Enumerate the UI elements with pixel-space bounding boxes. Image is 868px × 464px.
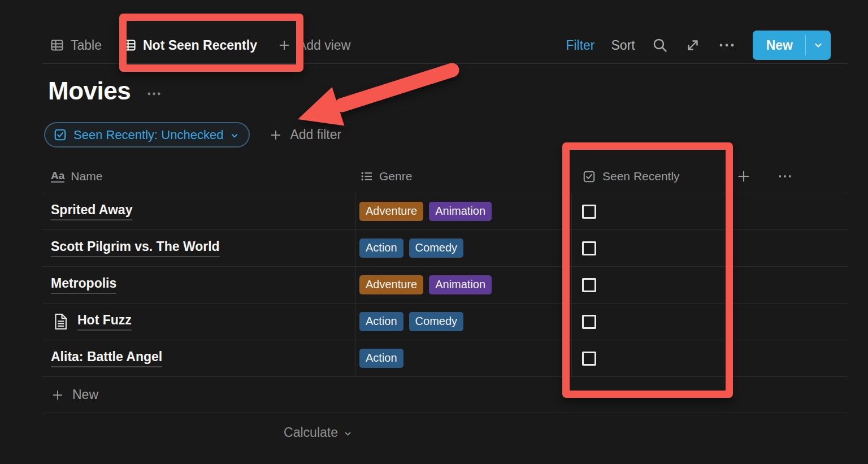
seen-recently-checkbox[interactable] — [582, 352, 596, 366]
row-extra-cell — [726, 230, 848, 266]
genre-tag[interactable]: Adventure — [359, 202, 423, 221]
genre-tag[interactable]: Animation — [429, 202, 492, 221]
seen-cell — [572, 230, 726, 266]
add-filter-button[interactable]: Add filter — [269, 127, 341, 142]
seen-recently-checkbox[interactable] — [582, 241, 596, 255]
row-extra-cell — [726, 303, 848, 340]
calculate-button[interactable]: Calculate — [284, 425, 338, 440]
add-property-icon[interactable] — [736, 168, 752, 184]
calculate-row: Calculate — [42, 413, 356, 452]
table-row: Alita: Battle Angel Action — [42, 340, 848, 376]
toolbar-divider — [42, 63, 848, 64]
chevron-down-icon[interactable] — [806, 31, 831, 60]
genre-tag[interactable]: Animation — [429, 275, 492, 294]
column-header-seen-recently[interactable]: Seen Recently — [572, 160, 726, 193]
seen-recently-checkbox[interactable] — [582, 205, 596, 219]
row-extra-cell — [726, 340, 848, 376]
column-header-genre[interactable]: Genre — [356, 160, 572, 193]
list-icon — [360, 170, 374, 183]
chevron-down-icon — [229, 129, 240, 141]
checkbox-checked-icon — [582, 170, 596, 184]
seen-recently-checkbox[interactable] — [582, 315, 596, 329]
add-view-button[interactable]: Add view — [277, 38, 350, 53]
view-toolbar: Table Not Seen Recently — [50, 31, 831, 60]
genre-tag[interactable]: Comedy — [409, 312, 463, 331]
genre-tag[interactable]: Action — [359, 312, 403, 331]
tab-table-label: Table — [71, 38, 102, 53]
table-body: Sprited Away AdventureAnimation — [42, 193, 848, 376]
table-row: Hot Fuzz ActionComedy — [42, 303, 848, 340]
table-view-icon — [122, 38, 137, 53]
name-cell[interactable]: Scott Pilgrim vs. The World — [42, 230, 356, 266]
table-row: Metropolis AdventureAnimation — [42, 266, 848, 303]
title-icon: Aa — [51, 170, 64, 183]
checkbox-checked-icon — [53, 128, 67, 142]
new-button[interactable]: New — [753, 31, 831, 60]
row-title[interactable]: Hot Fuzz — [77, 313, 132, 330]
more-icon[interactable] — [776, 170, 793, 183]
toolbar-actions: Filter Sort New — [566, 31, 831, 60]
notion-database-view: Table Not Seen Recently — [0, 0, 868, 464]
genre-cell[interactable]: Action — [356, 340, 572, 376]
row-title[interactable]: Sprited Away — [51, 202, 132, 220]
page-icon — [51, 312, 70, 331]
seen-recently-checkbox[interactable] — [582, 278, 596, 292]
column-seen-recently-label: Seen Recently — [602, 170, 680, 183]
add-view-label: Add view — [298, 38, 350, 53]
expand-icon[interactable] — [685, 37, 701, 53]
seen-cell — [572, 340, 726, 376]
genre-tag[interactable]: Action — [359, 238, 403, 258]
filter-chip-label: Seen Recently: Unchecked — [73, 128, 223, 142]
table-row: Scott Pilgrim vs. The World ActionComedy — [42, 229, 848, 266]
tab-not-seen-recently-label: Not Seen Recently — [143, 38, 257, 53]
view-tabs: Table Not Seen Recently — [50, 38, 350, 53]
new-row-button[interactable]: New — [42, 376, 848, 413]
name-cell[interactable]: Sprited Away — [42, 193, 356, 229]
tab-not-seen-recently[interactable]: Not Seen Recently — [122, 38, 257, 53]
seen-cell — [572, 267, 726, 303]
new-button-label[interactable]: New — [753, 31, 805, 60]
table-view-icon — [50, 38, 64, 53]
genre-cell[interactable]: ActionComedy — [356, 230, 572, 266]
row-extra-cell — [726, 193, 848, 229]
column-genre-label: Genre — [379, 170, 412, 183]
plus-icon — [277, 38, 291, 52]
title-row: Movies — [48, 77, 163, 105]
genre-cell[interactable]: AdventureAnimation — [356, 193, 572, 229]
row-title[interactable]: Scott Pilgrim vs. The World — [51, 239, 220, 257]
header-actions — [726, 160, 848, 193]
plus-icon — [51, 388, 64, 402]
name-cell[interactable]: Metropolis — [42, 267, 356, 303]
filter-bar: Seen Recently: Unchecked Add filter — [44, 122, 341, 148]
seen-cell — [572, 193, 726, 229]
name-cell[interactable]: Alita: Battle Angel — [42, 340, 356, 376]
filter-button[interactable]: Filter — [566, 38, 594, 53]
plus-icon — [269, 128, 283, 142]
genre-tag[interactable]: Action — [359, 349, 403, 368]
genre-tag[interactable]: Comedy — [409, 238, 463, 258]
more-icon[interactable] — [717, 38, 736, 52]
more-icon[interactable] — [145, 82, 163, 100]
column-header-name[interactable]: Aa Name — [42, 160, 356, 193]
column-name-label: Name — [71, 170, 102, 183]
table-row: Sprited Away AdventureAnimation — [42, 193, 848, 229]
seen-cell — [572, 303, 726, 340]
add-filter-label: Add filter — [290, 127, 341, 142]
sort-button[interactable]: Sort — [611, 38, 635, 53]
page-title: Movies — [48, 77, 131, 105]
genre-tag[interactable]: Adventure — [359, 275, 423, 294]
row-title[interactable]: Alita: Battle Angel — [51, 349, 162, 367]
search-icon[interactable] — [652, 37, 669, 54]
row-extra-cell — [726, 267, 848, 303]
genre-cell[interactable]: AdventureAnimation — [356, 267, 572, 303]
table-header: Aa Name Genre Se — [42, 160, 848, 193]
row-title[interactable]: Metropolis — [51, 276, 116, 293]
tab-table[interactable]: Table — [50, 38, 102, 53]
movies-table: Aa Name Genre Se — [42, 160, 848, 452]
genre-cell[interactable]: ActionComedy — [356, 303, 572, 340]
filter-chip-seen-recently[interactable]: Seen Recently: Unchecked — [44, 122, 250, 148]
name-cell[interactable]: Hot Fuzz — [42, 303, 356, 340]
chevron-down-icon — [343, 427, 353, 439]
new-row-label: New — [72, 387, 98, 402]
